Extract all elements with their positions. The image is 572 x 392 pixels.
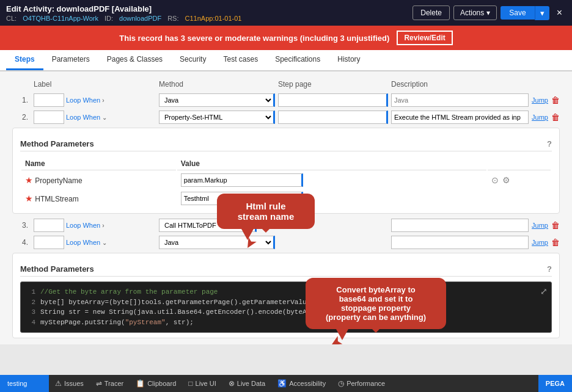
tab-test-cases[interactable]: Test cases: [215, 50, 266, 70]
save-button[interactable]: Save: [501, 6, 534, 20]
required-star-1: ★: [25, 175, 33, 185]
step-page-input-1[interactable]: [278, 93, 388, 107]
step-label-area-2: Loop When ⌄: [34, 111, 156, 124]
step-number-4: 4.: [12, 238, 31, 247]
title-bar-title: Edit Activity: downloadPDF [Available]: [6, 4, 241, 13]
expand-icon[interactable]: ⤢: [540, 286, 548, 299]
status-issues[interactable]: ⚠ Issues: [55, 379, 84, 388]
loop-link-4[interactable]: Loop: [66, 239, 81, 246]
method-params-section-2: Method Parameters ? ⤢ 1 //Get the byte a…: [12, 253, 560, 338]
code-line-1: 1 //Get the byte array from the paramete…: [26, 287, 546, 297]
status-testing: testing: [0, 375, 49, 392]
step-label-input-1[interactable]: [34, 93, 64, 107]
step-number-2: 2.: [12, 113, 31, 122]
step-method-select-1[interactable]: Java: [159, 93, 275, 107]
live-ui-icon: □: [188, 379, 193, 388]
col-description: Description: [391, 80, 560, 89]
step-chevron-4: ⌄: [102, 239, 107, 246]
tab-pages-classes[interactable]: Pages & Classes: [98, 50, 171, 70]
status-accessibility[interactable]: ♿ Accessibility: [277, 379, 326, 388]
col-num: [12, 80, 31, 89]
status-items: ⚠ Issues ⇌ Tracer 📋 Clipboard □ Live UI …: [49, 379, 538, 388]
status-clipboard[interactable]: 📋 Clipboard: [136, 379, 176, 388]
line-num-4: 4: [26, 318, 35, 328]
step-method-select-2[interactable]: Property-Set-HTML: [159, 111, 275, 124]
tooltip-html-rule: Html rulestream name: [217, 194, 315, 229]
step-page-input-2[interactable]: [278, 111, 388, 124]
step-desc-input-4[interactable]: [391, 236, 529, 249]
steps-column-headers: Label Method Step page Description: [12, 78, 560, 91]
save-dropdown-button[interactable]: ▾: [535, 6, 549, 20]
col-step-page: Step page: [278, 80, 388, 89]
code-line-3: 3 String str = new String(java.util.Base…: [26, 307, 546, 318]
delete-row-2[interactable]: 🗑: [551, 112, 560, 122]
clipboard-label: Clipboard: [147, 380, 176, 387]
step-desc-input-3[interactable]: [391, 219, 529, 232]
jump-link-3[interactable]: Jump: [532, 222, 548, 229]
delete-button[interactable]: Delete: [413, 5, 450, 20]
param-value-input-1[interactable]: [181, 173, 303, 187]
actions-chevron-icon: ▾: [486, 9, 490, 17]
tab-steps[interactable]: Steps: [6, 50, 43, 70]
jump-link-2[interactable]: Jump: [532, 114, 548, 121]
status-performance[interactable]: ◷ Performance: [338, 379, 385, 388]
jump-link-4[interactable]: Jump: [532, 239, 548, 246]
method-params-title-1: Method Parameters: [20, 139, 94, 148]
tooltip-convert-bytearray: Convert byteArray tobase64 and set it to…: [306, 278, 446, 329]
delete-row-1[interactable]: 🗑: [551, 95, 560, 105]
step-method-area-2: Property-Set-HTML: [159, 111, 275, 124]
warning-banner: This record has 3 severe or moderate war…: [0, 26, 572, 50]
loop-link-1[interactable]: Loop: [66, 96, 81, 104]
delete-row-4[interactable]: 🗑: [551, 238, 560, 247]
clipboard-icon: 📋: [136, 379, 145, 388]
step-label-input-2[interactable]: [34, 111, 64, 124]
code-line-2: 2 byte[] byteArray=(byte[])tools.getPara…: [26, 297, 546, 308]
close-button[interactable]: ×: [553, 6, 566, 20]
status-live-ui[interactable]: □ Live UI: [188, 379, 216, 388]
save-group: Save ▾: [501, 6, 549, 20]
step-label-input-3[interactable]: [34, 219, 64, 232]
line-num-2: 2: [26, 297, 35, 308]
required-star-2: ★: [25, 194, 33, 203]
when-link-2[interactable]: When: [82, 114, 100, 121]
tab-security[interactable]: Security: [171, 50, 215, 70]
when-link-1[interactable]: When: [82, 96, 100, 104]
tab-specifications[interactable]: Specifications: [266, 50, 329, 70]
step-label-input-4[interactable]: [34, 236, 64, 249]
method-params-header-2: Method Parameters ?: [20, 264, 552, 277]
col-method: Method: [159, 80, 275, 89]
param-gear-icon-1[interactable]: ⚙: [502, 175, 510, 185]
tracer-icon: ⇌: [96, 379, 102, 388]
review-edit-button[interactable]: Review/Edit: [397, 31, 452, 45]
actions-button[interactable]: Actions ▾: [453, 5, 497, 20]
code-line-4: 4 myStepPage.putString("pyStream", str);: [26, 318, 546, 328]
step-desc-input-1[interactable]: [391, 93, 529, 107]
status-tracer[interactable]: ⇌ Tracer: [96, 379, 123, 388]
params-col-value: Value: [177, 158, 487, 170]
step-desc-area-4: Jump 🗑: [391, 236, 560, 249]
param-link-icon-1[interactable]: ⊙: [491, 175, 499, 185]
step-page-area-1: [278, 93, 388, 107]
performance-label: Performance: [346, 380, 385, 387]
when-link-4[interactable]: When: [82, 239, 100, 246]
title-bar-left: Edit Activity: downloadPDF [Available] C…: [6, 4, 241, 22]
when-link-3[interactable]: When: [82, 222, 100, 229]
title-bar-meta: CL: O4TQHB-C11nApp-Work ID: downloadPDF …: [6, 15, 241, 22]
accessibility-label: Accessibility: [289, 380, 326, 387]
tab-history[interactable]: History: [329, 50, 369, 70]
status-live-data[interactable]: ⊗ Live Data: [229, 379, 265, 388]
delete-row-3[interactable]: 🗑: [551, 220, 560, 230]
tab-parameters[interactable]: Parameters: [43, 50, 98, 70]
testing-label: testing: [7, 380, 27, 387]
loop-link-2[interactable]: Loop: [66, 114, 81, 121]
loop-link-3[interactable]: Loop: [66, 222, 81, 229]
help-icon-1: ?: [547, 139, 552, 148]
pega-label: PEGA: [546, 380, 565, 387]
code-text-3: String str = new String(java.util.Base64…: [40, 307, 335, 318]
param-icons-cell-1: ⊙ ⚙: [488, 172, 551, 189]
step-desc-input-2[interactable]: [391, 111, 529, 124]
step-label-area-3: Loop When ›: [34, 219, 156, 232]
jump-link-1[interactable]: Jump: [532, 96, 548, 104]
cl-label: CL:: [6, 15, 16, 22]
step-number-3: 3.: [12, 221, 31, 230]
